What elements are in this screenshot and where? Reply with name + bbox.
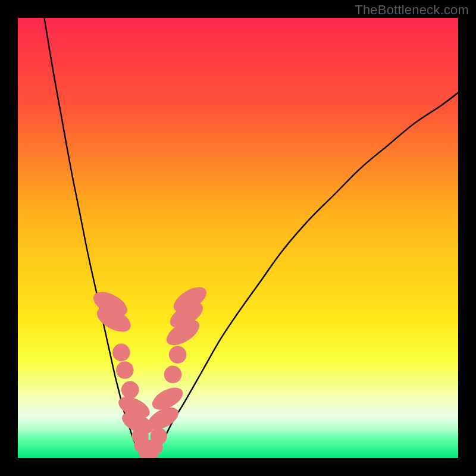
chart-frame: TheBottleneck.com <box>0 0 476 476</box>
marker-dot <box>121 381 139 399</box>
marker-dot <box>164 366 182 384</box>
marker-layer <box>18 18 458 458</box>
marker-dot <box>169 346 187 364</box>
marker-dot <box>116 361 134 379</box>
marker-dot <box>112 344 130 362</box>
watermark-text: TheBottleneck.com <box>355 2 469 18</box>
marker-dot <box>151 428 167 444</box>
plot-area <box>18 18 458 458</box>
